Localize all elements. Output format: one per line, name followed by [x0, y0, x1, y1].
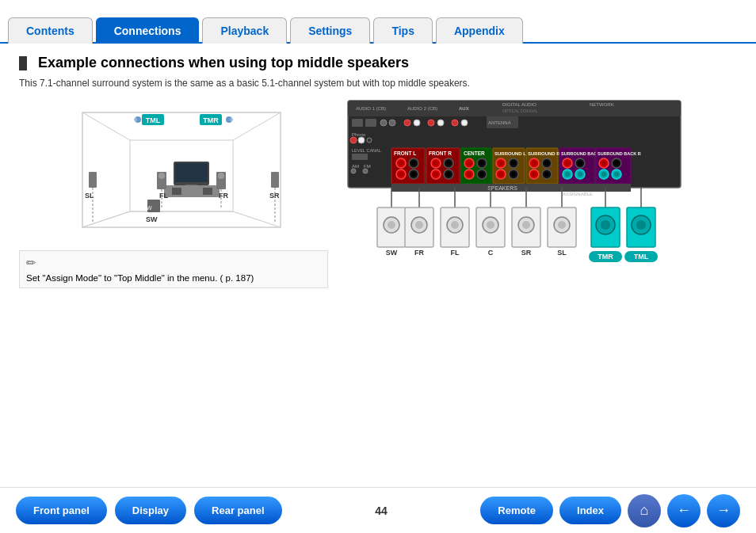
svg-text:LEVEL CANAL: LEVEL CANAL — [352, 148, 381, 153]
svg-point-116 — [532, 172, 536, 177]
svg-point-94 — [479, 161, 484, 166]
svg-text:C: C — [488, 249, 494, 257]
tab-connections[interactable]: Connections — [96, 17, 200, 44]
svg-text:TML: TML — [146, 116, 161, 124]
svg-point-172 — [558, 221, 566, 229]
svg-text:SW: SW — [386, 249, 398, 257]
remote-button[interactable]: Remote — [480, 497, 553, 524]
svg-point-168 — [522, 221, 530, 229]
svg-point-72 — [399, 161, 403, 166]
rear-panel-button[interactable]: Rear panel — [194, 497, 281, 524]
page-title: Example connections when using top middl… — [19, 55, 732, 71]
svg-text:SW: SW — [146, 215, 158, 223]
svg-rect-28 — [89, 172, 97, 188]
svg-point-67 — [351, 169, 356, 173]
svg-text:FM: FM — [364, 164, 371, 169]
svg-rect-49 — [352, 119, 363, 127]
svg-point-156 — [415, 221, 423, 229]
svg-point-51 — [380, 120, 387, 126]
svg-text:SW: SW — [143, 205, 152, 211]
svg-line-2 — [233, 112, 281, 140]
svg-text:FRONT R: FRONT R — [429, 150, 452, 156]
svg-text:AUDIO 1 (CB): AUDIO 1 (CB) — [356, 106, 386, 111]
svg-point-11 — [134, 118, 137, 121]
tab-playback[interactable]: Playback — [202, 17, 287, 44]
svg-point-132 — [601, 161, 606, 166]
svg-rect-21 — [203, 188, 212, 195]
svg-text:ASSIGNABLE: ASSIGNABLE — [563, 192, 593, 196]
svg-point-136 — [601, 172, 606, 177]
top-navigation: Contents Connections Playback Settings T… — [0, 0, 756, 44]
tab-contents[interactable]: Contents — [8, 17, 93, 44]
main-content: Example connections when using top middl… — [0, 44, 756, 297]
svg-point-26 — [218, 173, 224, 179]
room-diagram: TML TMR F — [19, 97, 312, 243]
svg-point-108 — [511, 172, 516, 177]
svg-text:SURROUND BACK R: SURROUND BACK R — [598, 151, 641, 156]
svg-text:SPEAKERS: SPEAKERS — [487, 185, 517, 191]
svg-point-152 — [388, 221, 395, 229]
note-text: Set "Assign Mode" to "Top Middle" in the… — [26, 273, 321, 283]
footer-navigation: Front panel Display Rear panel 44 Remote… — [0, 487, 756, 533]
svg-point-61 — [358, 137, 365, 143]
svg-point-55 — [428, 120, 434, 126]
tab-tips[interactable]: Tips — [373, 17, 433, 44]
svg-point-62 — [367, 138, 372, 143]
svg-text:ANTENNA: ANTENNA — [488, 120, 511, 125]
page-subtitle: This 7.1-channel surround system is the … — [19, 78, 732, 89]
svg-text:SURROUND R: SURROUND R — [528, 151, 560, 156]
forward-icon: → — [716, 502, 731, 519]
note-icon: ✏ — [26, 256, 321, 270]
svg-text:CENTER: CENTER — [464, 150, 485, 156]
svg-point-86 — [433, 172, 438, 177]
index-button[interactable]: Index — [559, 497, 621, 524]
svg-point-54 — [414, 120, 420, 126]
svg-text:SURROUND L: SURROUND L — [494, 151, 526, 156]
svg-point-102 — [498, 161, 503, 166]
svg-point-88 — [446, 172, 451, 177]
footer-right-buttons: Remote Index ⌂ ← → — [480, 494, 740, 527]
svg-line-1 — [82, 112, 130, 140]
page-number: 44 — [375, 504, 388, 517]
svg-rect-17 — [175, 163, 208, 182]
home-icon: ⌂ — [640, 502, 649, 519]
svg-rect-64 — [352, 154, 368, 160]
svg-text:AUX: AUX — [459, 106, 469, 111]
svg-point-126 — [565, 172, 570, 177]
svg-point-122 — [565, 161, 570, 166]
svg-text:TML: TML — [634, 253, 649, 261]
svg-point-128 — [578, 172, 582, 177]
svg-point-106 — [498, 172, 503, 177]
tab-appendix[interactable]: Appendix — [436, 17, 523, 44]
home-button[interactable]: ⌂ — [628, 494, 661, 527]
back-button[interactable]: ← — [667, 494, 701, 527]
front-panel-button[interactable]: Front panel — [16, 497, 107, 524]
svg-point-181 — [636, 220, 646, 230]
forward-button[interactable]: → — [707, 494, 740, 527]
svg-point-68 — [363, 169, 368, 173]
svg-point-160 — [451, 221, 459, 229]
svg-point-78 — [411, 172, 416, 177]
title-bar-icon — [19, 56, 27, 70]
svg-point-138 — [614, 172, 619, 177]
svg-point-74 — [411, 161, 416, 166]
svg-point-134 — [614, 161, 619, 166]
svg-point-124 — [578, 161, 582, 166]
svg-point-118 — [544, 172, 549, 177]
svg-point-96 — [467, 172, 472, 177]
svg-text:AUDIO 2 (CB): AUDIO 2 (CB) — [407, 106, 437, 111]
svg-point-92 — [467, 161, 472, 166]
footer-left-buttons: Front panel Display Rear panel — [16, 497, 282, 524]
svg-point-82 — [433, 161, 438, 166]
left-panel: TML TMR F — [19, 97, 328, 289]
display-button[interactable]: Display — [115, 497, 186, 524]
svg-line-4 — [233, 211, 281, 227]
svg-text:DIGITAL AUDIO: DIGITAL AUDIO — [502, 102, 536, 107]
tab-settings[interactable]: Settings — [290, 17, 370, 44]
svg-line-6 — [82, 211, 130, 227]
svg-point-76 — [399, 172, 403, 177]
svg-point-57 — [452, 120, 458, 126]
right-panel: AUDIO 1 (CB) AUDIO 2 (CB) AUX DIGITAL AU… — [344, 97, 732, 289]
content-area: TML TMR F — [19, 97, 732, 289]
svg-text:FRONT L: FRONT L — [394, 150, 416, 156]
